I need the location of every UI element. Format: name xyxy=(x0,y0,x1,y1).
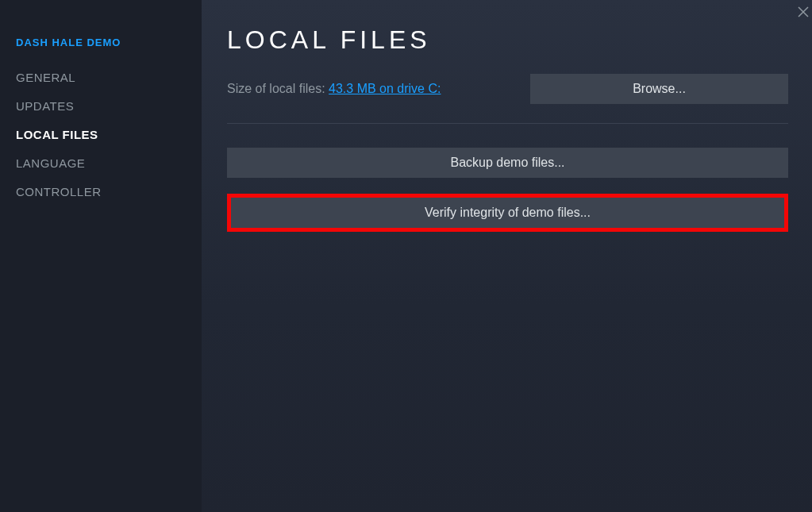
close-icon[interactable] xyxy=(796,5,810,22)
sidebar: DASH HALE DEMO GENERAL UPDATES LOCAL FIL… xyxy=(0,0,202,512)
game-title: DASH HALE DEMO xyxy=(16,37,202,48)
sidebar-item-language[interactable]: LANGUAGE xyxy=(16,156,202,170)
size-label: Size of local files: xyxy=(227,82,329,95)
page-title: LOCAL FILES xyxy=(227,25,788,55)
browse-button[interactable]: Browse... xyxy=(530,74,788,104)
sidebar-item-controller[interactable]: CONTROLLER xyxy=(16,185,202,198)
sidebar-item-general[interactable]: GENERAL xyxy=(16,71,202,84)
verify-button[interactable]: Verify integrity of demo files... xyxy=(231,198,784,228)
backup-button[interactable]: Backup demo files... xyxy=(227,148,788,178)
size-value-link[interactable]: 43.3 MB on drive C: xyxy=(329,82,441,95)
verify-highlight: Verify integrity of demo files... xyxy=(227,194,788,232)
sidebar-item-local-files[interactable]: LOCAL FILES xyxy=(16,128,202,141)
size-row: Size of local files: 43.3 MB on drive C:… xyxy=(227,74,788,104)
sidebar-item-updates[interactable]: UPDATES xyxy=(16,99,202,113)
main-content: LOCAL FILES Size of local files: 43.3 MB… xyxy=(202,0,812,512)
divider xyxy=(227,123,788,124)
